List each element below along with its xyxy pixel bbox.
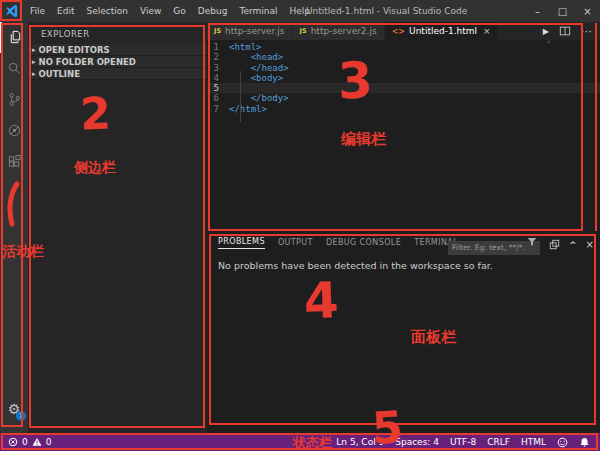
code-line: 3 </head> [207, 63, 600, 73]
extensions-icon [7, 154, 22, 169]
status-bar: 0 0 Ln 5, Col 9 Spaces: 4 UTF-8 CRLF HTM… [0, 433, 600, 451]
title-bar: File Edit Selection View Go Debug Termin… [0, 0, 600, 22]
filter-funnel-icon [527, 237, 537, 247]
code-line: 7</html> [207, 104, 600, 114]
close-panel-icon[interactable]: × [586, 239, 594, 250]
section-label: NO FOLDER OPENED [39, 57, 136, 67]
window-controls: – □ × [525, 0, 600, 22]
warning-icon [32, 437, 42, 447]
error-count: 0 [22, 437, 28, 447]
close-button[interactable]: × [575, 0, 600, 22]
editor-group: JS http-server.js JS http-server2.js <> … [207, 22, 600, 232]
manage-badge: 1 [16, 411, 26, 421]
more-actions-icon[interactable]: ⋯ [581, 25, 592, 38]
chevron-right-icon: ▸ [32, 70, 36, 78]
menu-debug[interactable]: Debug [192, 0, 234, 22]
bottom-panel: PROBLEMS OUTPUT DEBUG CONSOLE TERMINAL ^ [207, 232, 600, 433]
warning-count: 0 [46, 437, 52, 447]
js-file-icon: JS [300, 27, 307, 35]
tab-close-icon[interactable]: × [483, 26, 491, 36]
menu-bar: File Edit Selection View Go Debug Termin… [24, 0, 316, 22]
html-file-icon: <> [392, 27, 405, 36]
section-open-editors[interactable]: ▸ OPEN EDITORS [28, 44, 207, 56]
activity-bar: ⚙ 1 [0, 22, 28, 433]
menu-edit[interactable]: Edit [51, 0, 80, 22]
activity-explorer-button[interactable] [0, 22, 28, 53]
run-icon[interactable]: ▶ [543, 27, 549, 36]
files-icon [8, 30, 23, 45]
tab-label: Untitled-1.html [409, 26, 477, 36]
menu-view[interactable]: View [134, 0, 167, 22]
activity-extensions-button[interactable] [0, 146, 28, 177]
code-line: 1<html> [207, 42, 600, 52]
chevron-right-icon: ▸ [32, 46, 36, 54]
chevron-right-icon: ▸ [32, 58, 36, 66]
tab-label: http-server2.js [311, 26, 377, 36]
editor-tab-bar: JS http-server.js JS http-server2.js <> … [207, 22, 600, 40]
open-in-editor-icon[interactable] [549, 239, 560, 250]
js-file-icon: JS [214, 27, 221, 35]
cursor-position-status[interactable]: Ln 5, Col 9 [336, 437, 384, 447]
encoding-status[interactable]: UTF-8 [450, 437, 476, 447]
search-icon [7, 61, 22, 76]
maximize-panel-icon[interactable]: ^ [569, 240, 577, 250]
tab-untitled-1-html[interactable]: <> Untitled-1.html × [385, 22, 499, 40]
vscode-logo-icon [0, 0, 24, 22]
tab-label: http-server.js [225, 26, 284, 36]
split-editor-icon[interactable] [559, 25, 571, 37]
indentation-status[interactable]: Spaces: 4 [395, 437, 439, 447]
panel-tab-debug-console[interactable]: DEBUG CONSOLE [326, 235, 401, 249]
menu-file[interactable]: File [24, 0, 51, 22]
tab-http-server2-js[interactable]: JS http-server2.js [293, 22, 385, 40]
code-line: 6 </body> [207, 93, 600, 103]
code-editor[interactable]: 1<html> 2 <head> 3 </head> 4 <body> 5 6 … [207, 40, 600, 114]
error-icon [8, 437, 18, 447]
debug-icon [7, 123, 22, 138]
git-branch-icon [7, 92, 22, 107]
activity-search-button[interactable] [0, 53, 28, 84]
code-line-current: 5 [207, 83, 600, 93]
maximize-button[interactable]: □ [550, 0, 575, 22]
code-line: 2 <head> [207, 52, 600, 62]
code-line: 4 <body> [207, 73, 600, 83]
errors-warnings-status[interactable]: 0 0 [0, 437, 51, 447]
window-title: Untitled-1.html - Visual Studio Code [306, 0, 467, 22]
sidebar-explorer: EXPLORER ▸ OPEN EDITORS ▸ NO FOLDER OPEN… [28, 22, 207, 433]
minimize-button[interactable]: – [525, 0, 550, 22]
panel-actions: ^ × [448, 235, 594, 255]
panel-tab-bar: PROBLEMS OUTPUT DEBUG CONSOLE TERMINAL ^ [207, 232, 600, 251]
panel-tab-problems[interactable]: PROBLEMS [218, 234, 265, 249]
activity-debug-button[interactable] [0, 115, 28, 146]
section-outline[interactable]: ▸ OUTLINE [28, 68, 207, 80]
menu-go[interactable]: Go [167, 0, 191, 22]
panel-tab-output[interactable]: OUTPUT [278, 235, 313, 249]
editor-actions: ▶ ⋯ [543, 22, 600, 40]
notifications-bell-icon[interactable] [579, 437, 590, 448]
section-label: OPEN EDITORS [39, 45, 110, 55]
tab-http-server-js[interactable]: JS http-server.js [207, 22, 293, 40]
minimap: ҂ [548, 38, 550, 46]
sidebar-title: EXPLORER [28, 22, 207, 39]
language-mode-status[interactable]: HTML [521, 437, 546, 447]
eol-status[interactable]: CRLF [487, 437, 510, 447]
section-no-folder-opened[interactable]: ▸ NO FOLDER OPENED [28, 56, 207, 68]
activity-source-control-button[interactable] [0, 84, 28, 115]
menu-terminal[interactable]: Terminal [233, 0, 283, 22]
feedback-smiley-icon[interactable] [557, 437, 568, 448]
section-label: OUTLINE [39, 69, 80, 79]
indent-guide [240, 71, 241, 122]
menu-selection[interactable]: Selection [81, 0, 134, 22]
